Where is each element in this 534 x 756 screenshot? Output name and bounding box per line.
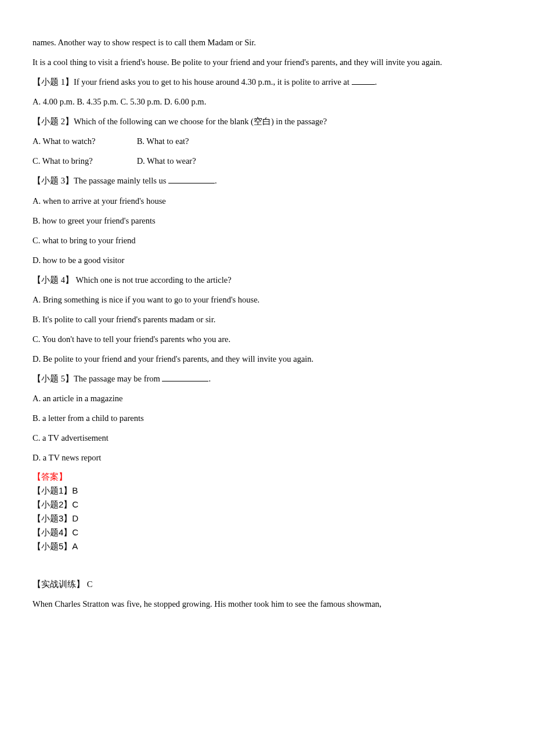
option-a: A. Bring something is nice if you want t…: [33, 290, 504, 309]
option-b: B. What to eat?: [137, 131, 189, 151]
question-2: 【小题 2】Which of the following can we choo…: [33, 111, 504, 131]
option-c: C. You don't have to tell your friend's …: [33, 329, 504, 349]
option-a: A. an article in a magazine: [33, 388, 504, 408]
question-2-options-row1: A. What to watch? B. What to eat?: [33, 131, 504, 151]
question-text: 【小题 1】If your friend asks you to get to …: [33, 77, 352, 87]
question-text-suffix: .: [375, 77, 377, 87]
answer-block: 【答案】 【小题1】B 【小题2】C 【小题3】D 【小题4】C 【小题5】A: [33, 470, 504, 553]
answer-heading: 【答案】: [33, 470, 504, 484]
option-d: D. a TV news report: [33, 448, 504, 467]
option-b: B. It's polite to call your friend's par…: [33, 309, 504, 329]
answer-key-5: 【小题5】A: [33, 539, 504, 553]
question-3: 【小题 3】The passage mainly tells us .: [33, 171, 504, 190]
option-b: B. a letter from a child to parents: [33, 408, 504, 428]
option-a: A. when to arrive at your friend's house: [33, 191, 504, 211]
question-1: 【小题 1】If your friend asks you to get to …: [33, 72, 504, 92]
passage-line: names. Another way to show respect is to…: [33, 33, 504, 52]
option-d: D. What to wear?: [137, 151, 196, 171]
question-1-options: A. 4.00 p.m. B. 4.35 p.m. C. 5.30 p.m. D…: [33, 92, 504, 111]
next-section: 【实战训练】 C When Charles Stratton was five,…: [33, 574, 504, 614]
question-text-suffix: .: [215, 176, 217, 185]
question-5: 【小题 5】The passage may be from .: [33, 369, 504, 388]
question-2-options-row2: C. What to bring? D. What to wear?: [33, 151, 504, 171]
fill-blank: [352, 77, 375, 85]
fill-blank: [168, 175, 215, 183]
answer-key-2: 【小题2】C: [33, 498, 504, 512]
option-d: D. how to be a good visitor: [33, 250, 504, 270]
question-4: 【小题 4】 Which one is not true according t…: [33, 270, 504, 290]
option-a: A. What to watch?: [33, 131, 135, 151]
option-c: C. a TV advertisement: [33, 428, 504, 448]
passage-line: It is a cool thing to visit a friend's h…: [33, 52, 504, 72]
passage-line: When Charles Stratton was five, he stopp…: [33, 594, 504, 614]
answer-key-4: 【小题4】C: [33, 525, 504, 539]
question-text: 【小题 3】The passage mainly tells us: [33, 176, 168, 185]
option-b: B. how to greet your friend's parents: [33, 211, 504, 231]
option-c: C. What to bring?: [33, 151, 135, 171]
answer-key-1: 【小题1】B: [33, 484, 504, 498]
section-heading: 【实战训练】 C: [33, 574, 504, 594]
fill-blank: [162, 373, 208, 381]
question-text: 【小题 5】The passage may be from: [33, 374, 162, 383]
question-text-suffix: .: [208, 374, 211, 383]
answer-key-3: 【小题3】D: [33, 512, 504, 525]
option-d: D. Be polite to your friend and your fri…: [33, 349, 504, 369]
option-c: C. what to bring to your friend: [33, 231, 504, 250]
